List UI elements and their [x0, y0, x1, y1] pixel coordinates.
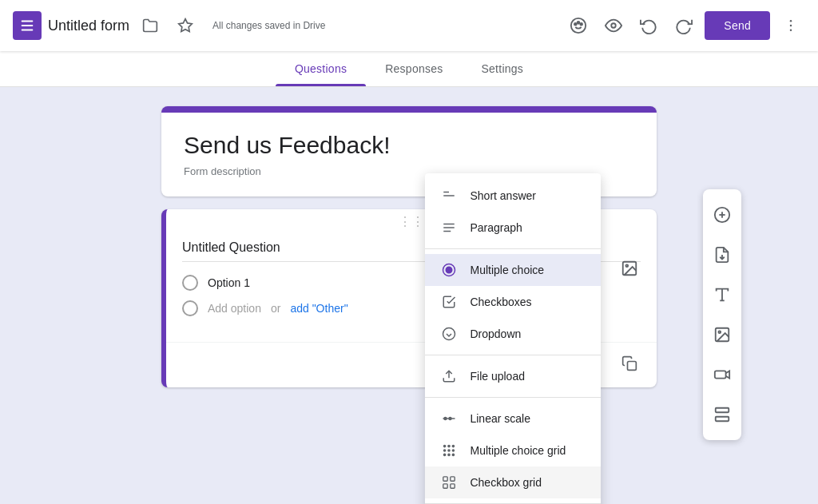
- svg-rect-39: [451, 484, 455, 488]
- svg-point-29: [452, 445, 455, 448]
- tab-responses[interactable]: Responses: [366, 51, 462, 86]
- dropdown-item-linear-scale[interactable]: Linear scale: [425, 403, 601, 435]
- svg-point-9: [790, 20, 792, 22]
- checkboxes-label: Checkboxes: [470, 296, 531, 308]
- dropdown-item-file-upload[interactable]: File upload: [425, 360, 601, 392]
- svg-point-7: [581, 23, 583, 26]
- svg-point-26: [449, 418, 451, 420]
- add-video-button[interactable]: [703, 355, 741, 394]
- redo-button[interactable]: [669, 11, 698, 40]
- svg-point-35: [452, 454, 455, 457]
- checkbox-grid-icon: [441, 474, 457, 490]
- or-text: or: [271, 302, 280, 315]
- duplicate-button[interactable]: [615, 349, 644, 378]
- add-other-link[interactable]: add "Other": [290, 302, 347, 315]
- paragraph-label: Paragraph: [470, 221, 522, 234]
- topbar: Untitled form All changes saved in Drive: [0, 0, 818, 51]
- svg-rect-1: [22, 25, 34, 26]
- topbar-left: Untitled form All changes saved in Drive: [13, 11, 564, 40]
- dropdown-item-paragraph[interactable]: Paragraph: [425, 212, 601, 244]
- send-button[interactable]: Send: [705, 11, 770, 40]
- svg-rect-12: [628, 362, 637, 371]
- multiple-choice-grid-label: Multiple choice grid: [470, 444, 566, 457]
- undo-button[interactable]: [634, 11, 663, 40]
- multiple-choice-icon: [441, 262, 457, 278]
- svg-rect-0: [22, 21, 34, 22]
- dropdown-item-multiple-choice[interactable]: Multiple choice: [425, 254, 601, 286]
- svg-marker-3: [179, 19, 193, 32]
- add-question-button[interactable]: [703, 196, 741, 234]
- form-name: Send us Feedback!: [184, 132, 634, 159]
- svg-point-32: [452, 449, 455, 452]
- svg-rect-37: [451, 477, 455, 481]
- tabs-bar: Questions Responses Settings: [0, 51, 818, 87]
- question-type-dropdown: Short answer Paragraph Multiple: [425, 173, 601, 504]
- svg-point-4: [571, 18, 586, 33]
- svg-point-31: [448, 449, 451, 452]
- checkboxes-icon: [441, 294, 457, 310]
- folder-button[interactable]: [136, 11, 165, 40]
- multiple-choice-label: Multiple choice: [470, 264, 544, 276]
- svg-point-25: [444, 418, 447, 420]
- more-options-button[interactable]: [776, 11, 805, 40]
- divider-1: [425, 248, 601, 249]
- svg-point-10: [790, 25, 792, 27]
- svg-rect-55: [716, 417, 729, 422]
- option-1-label: Option 1: [208, 276, 250, 289]
- add-image-button[interactable]: [703, 315, 741, 354]
- form-title: Untitled form: [48, 18, 129, 34]
- tab-questions[interactable]: Questions: [276, 51, 366, 86]
- svg-rect-2: [22, 30, 34, 31]
- radio-option-1: [182, 275, 198, 291]
- linear-scale-label: Linear scale: [470, 412, 530, 425]
- svg-point-11: [790, 30, 792, 32]
- svg-point-8: [612, 23, 617, 28]
- multiple-choice-grid-icon: [441, 442, 457, 458]
- svg-rect-36: [443, 477, 447, 481]
- right-sidebar: [703, 189, 741, 440]
- svg-point-21: [447, 267, 453, 273]
- divider-3: [425, 397, 601, 398]
- linear-scale-icon: [441, 411, 457, 427]
- add-title-button[interactable]: [703, 276, 741, 314]
- svg-point-6: [578, 22, 580, 24]
- svg-point-5: [574, 23, 577, 26]
- svg-rect-54: [716, 408, 729, 413]
- autosave-status: All changes saved in Drive: [212, 20, 325, 31]
- dropdown-item-checkboxes[interactable]: Checkboxes: [425, 286, 601, 318]
- dropdown-item-dropdown[interactable]: Dropdown: [425, 318, 601, 350]
- main-content: Send us Feedback! Form description ⋮⋮ Op…: [0, 87, 818, 407]
- tab-settings[interactable]: Settings: [463, 51, 543, 86]
- svg-rect-38: [443, 484, 447, 488]
- divider-2: [425, 355, 601, 355]
- radio-add: [182, 300, 198, 316]
- app-icon: [13, 11, 42, 40]
- svg-point-14: [625, 264, 628, 267]
- svg-point-27: [443, 445, 447, 448]
- add-option-text[interactable]: Add option: [208, 302, 261, 315]
- svg-point-33: [443, 454, 447, 457]
- dropdown-item-checkbox-grid[interactable]: Checkbox grid: [425, 466, 601, 498]
- dropdown-item-short-answer[interactable]: Short answer: [425, 180, 601, 212]
- svg-point-28: [448, 445, 451, 448]
- dropdown-label: Dropdown: [470, 327, 521, 340]
- add-image-question-button[interactable]: [615, 254, 644, 283]
- dropdown-icon: [441, 326, 457, 342]
- star-button[interactable]: [171, 11, 200, 40]
- svg-point-34: [448, 454, 451, 457]
- dropdown-item-multiple-choice-grid[interactable]: Multiple choice grid: [425, 435, 601, 466]
- svg-point-30: [443, 449, 447, 452]
- svg-point-22: [443, 328, 455, 340]
- svg-rect-53: [715, 371, 726, 378]
- short-answer-icon: [441, 188, 457, 204]
- add-section-button[interactable]: [703, 395, 741, 434]
- paragraph-icon: [441, 220, 457, 236]
- short-answer-label: Short answer: [470, 189, 535, 202]
- topbar-right: Send: [564, 11, 805, 40]
- palette-button[interactable]: [564, 11, 593, 40]
- file-upload-label: File upload: [470, 370, 525, 383]
- svg-point-52: [718, 331, 721, 333]
- checkbox-grid-label: Checkbox grid: [470, 476, 542, 489]
- import-questions-button[interactable]: [703, 236, 741, 274]
- preview-button[interactable]: [599, 11, 628, 40]
